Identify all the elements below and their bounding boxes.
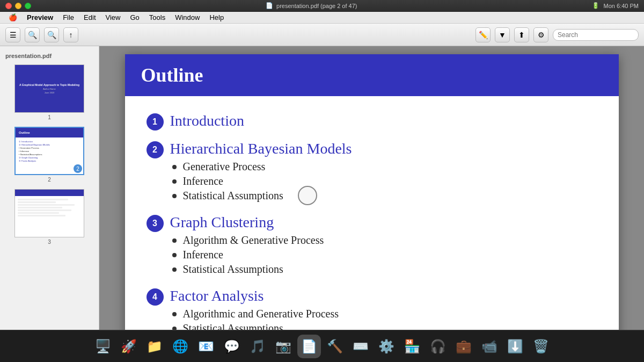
settings-button[interactable]: ⚙ [533, 27, 548, 42]
content-area: Outline 1 Introduction 2 [99, 46, 644, 330]
dock-downloads[interactable]: ⬇️ [503, 335, 527, 358]
battery-icon: 🔋 [592, 2, 599, 9]
window-title-area: 📄 presentation.pdf (page 2 of 47) [266, 2, 357, 9]
bullet-icon [172, 179, 177, 184]
bullet-icon [172, 165, 177, 169]
slide-body: 1 Introduction 2 Hierarchical Bayesian M… [125, 96, 619, 330]
dock-trash[interactable]: 🗑️ [529, 335, 553, 358]
thumb-frame-1: A Graphical Model Approach to Topic Mode… [14, 64, 84, 113]
menu-view[interactable]: View [101, 12, 125, 24]
zoom-out-button[interactable]: 🔍 [25, 27, 40, 42]
outline-subitem-2-2: Inference [172, 175, 352, 187]
bullet-icon [172, 267, 177, 272]
toolbar: ☰ 🔍 🔍 ↑ ✏️ ▼ ⬆ ⚙ [0, 24, 644, 46]
dock-xcode[interactable]: 🔨 [323, 335, 347, 358]
thumb-frame-3 [14, 189, 84, 237]
thumb-badge-2: 2 [74, 164, 82, 173]
thumb2-item-2: ② Hierarchical Bayesian Models [19, 143, 80, 146]
thumb2-outline-label: Outline [19, 131, 30, 134]
dock-safari[interactable]: 🌐 [169, 335, 192, 358]
slide-header: Outline [125, 54, 619, 96]
titlebar: 📄 presentation.pdf (page 2 of 47) 🔋 Mon … [0, 0, 644, 12]
bullet-icon [172, 194, 177, 198]
annotate-button[interactable]: ✏️ [475, 27, 491, 42]
dock-music[interactable]: 🎵 [246, 335, 269, 358]
dock-preview[interactable]: 📄 [297, 335, 321, 358]
outline-item-3: 3 Graph Clustering Algorithm & Generativ… [147, 214, 597, 278]
thumbnail-2[interactable]: Outline ① Introduction ② Hierarchical Ba… [0, 124, 99, 186]
sidebar-toggle-button[interactable]: ☰ [5, 27, 20, 42]
maximize-button[interactable] [25, 3, 31, 9]
dock-zoom[interactable]: 📹 [478, 335, 501, 358]
dock-finder[interactable]: 🖥️ [91, 335, 115, 358]
menu-preview[interactable]: Preview [23, 12, 57, 24]
dock-mail[interactable]: 📧 [194, 335, 218, 358]
menu-bar: 🍎 Preview File Edit View Go Tools Window… [0, 12, 644, 24]
outline-item-2: 2 Hierarchical Bayesian Models Generativ… [147, 140, 597, 204]
share2-button[interactable]: ⬆ [514, 27, 529, 42]
thumbnail-1[interactable]: A Graphical Model Approach to Topic Mode… [0, 61, 99, 124]
thumbnail-3[interactable]: 3 [0, 186, 99, 248]
outline-section-title-4: Factor Analysis [170, 287, 339, 305]
outline-content-1: Introduction [170, 112, 244, 129]
thumb-label-3: 3 [48, 239, 51, 245]
menu-apple[interactable]: 🍎 [4, 12, 21, 24]
thumb2-body: ① Introduction ② Hierarchical Bayesian M… [16, 137, 83, 165]
menu-window[interactable]: Window [171, 12, 204, 24]
dock-messages[interactable]: 💬 [220, 335, 244, 358]
thumb1-title: A Graphical Model Approach to Topic Mode… [19, 83, 79, 86]
outline-number-1: 1 [147, 113, 164, 131]
outline-item-4: 4 Factor Analysis Algorithmic and Genera… [147, 287, 597, 330]
menu-file[interactable]: File [58, 12, 78, 24]
dock-files[interactable]: 📁 [143, 335, 166, 358]
app-window: 📄 presentation.pdf (page 2 of 47) 🔋 Mon … [0, 0, 644, 362]
outline-item-1: 1 Introduction [147, 112, 597, 131]
outline-subitem-3-2: Inference [172, 249, 324, 261]
outline-subitem-4-1: Algorithmic and Generative Process [172, 308, 339, 320]
window-title: presentation.pdf (page 2 of 47) [276, 3, 357, 9]
menu-tools[interactable]: Tools [145, 12, 170, 24]
time-display: Mon 6:40 PM [604, 3, 639, 9]
menu-edit[interactable]: Edit [79, 12, 100, 24]
dock-terminal[interactable]: ⌨️ [349, 335, 372, 358]
dock-slack[interactable]: 💼 [452, 335, 475, 358]
outline-section-title-3: Graph Clustering [170, 214, 324, 231]
outline-section-title-1: Introduction [170, 112, 244, 129]
outline-number-4: 4 [147, 288, 164, 306]
outline-subitems-4: Algorithmic and Generative Process Stati… [172, 308, 339, 330]
sidebar-header: presentation.pdf [0, 50, 99, 61]
thumb1-author: Author Name [43, 88, 56, 90]
menu-help[interactable]: Help [205, 12, 228, 24]
markup-button[interactable]: ▼ [495, 27, 510, 42]
thumb3-header [15, 190, 84, 196]
outline-subitem-2-3: Statistical Assumptions [172, 190, 352, 202]
dock-appstore[interactable]: 🏪 [400, 335, 424, 358]
bullet-icon [172, 238, 177, 243]
outline-content-3: Graph Clustering Algorithm & Generative … [170, 214, 324, 278]
minimize-button[interactable] [15, 3, 21, 9]
outline-number-2: 2 [147, 141, 164, 158]
thumb-content-3 [15, 190, 84, 237]
slide-title: Outline [141, 64, 603, 86]
share-button[interactable]: ↑ [63, 27, 78, 42]
outline-subitem-3-3: Statistical Assumptions [172, 263, 324, 276]
thumb1-date: June 2023 [45, 91, 55, 94]
outline-subitem-2-1: Generative Process [172, 161, 352, 173]
thumb2-subitem-2: • Inference [19, 150, 80, 153]
thumb2-item-1: ① Introduction [19, 140, 80, 143]
content-wrapper: presentation.pdf A Graphical Model Appro… [0, 46, 644, 330]
close-button[interactable] [5, 3, 12, 9]
search-input[interactable] [553, 29, 639, 41]
thumb2-subitem-1: • Generative Process [19, 147, 80, 149]
thumb2-item-4: ④ Factor Analysis [19, 160, 80, 162]
dock-spotify[interactable]: 🎧 [426, 335, 450, 358]
dock-photos[interactable]: 📷 [272, 335, 295, 358]
pdf-icon: 📄 [266, 2, 273, 9]
dock-launchpad[interactable]: 🚀 [117, 335, 141, 358]
traffic-lights [5, 3, 31, 9]
dock: 🖥️ 🚀 📁 🌐 📧 💬 🎵 📷 📄 🔨 ⌨️ ⚙️ 🏪 🎧 💼 📹 ⬇️ 🗑️ [0, 330, 644, 362]
thumb-content-2: Outline ① Introduction ② Hierarchical Ba… [16, 128, 83, 174]
dock-system-prefs[interactable]: ⚙️ [375, 335, 398, 358]
zoom-in-button[interactable]: 🔍 [44, 27, 59, 42]
menu-go[interactable]: Go [126, 12, 143, 24]
